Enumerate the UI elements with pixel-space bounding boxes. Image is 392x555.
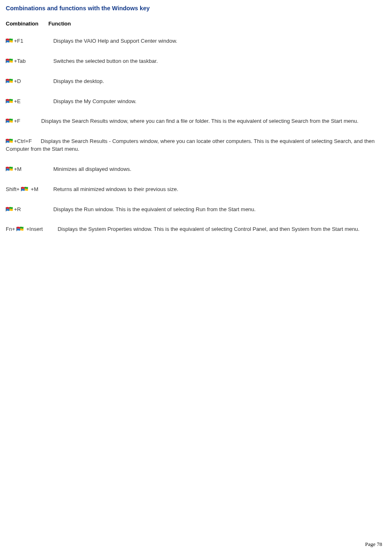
table-row: +F Displays the Search Results window, w… — [6, 117, 386, 125]
combo-suffix: +Insert — [25, 226, 43, 232]
function-cell: Displays the System Properties window. T… — [58, 226, 360, 232]
table-row: +F1 Displays the VAIO Help and Support C… — [6, 37, 386, 45]
windows-key-icon — [16, 226, 24, 232]
windows-key-icon — [6, 98, 13, 104]
table-row: Fn+ +Insert Displays the System Properti… — [6, 226, 386, 233]
combo-suffix: +M — [14, 166, 21, 172]
combo-cell: +M — [6, 166, 52, 173]
table-row: +E Displays the My Computer window. — [6, 98, 386, 106]
combo-suffix: +F1 — [14, 38, 23, 44]
page-title: Combinations and functions with the Wind… — [6, 5, 386, 12]
combo-cell: +E — [6, 98, 52, 106]
table-row: +Tab Switches the selected button on the… — [6, 58, 386, 65]
windows-key-icon — [6, 118, 13, 124]
combo-cell: +R — [6, 206, 52, 214]
windows-key-icon — [6, 206, 13, 212]
function-cell: Displays the My Computer window. — [53, 98, 136, 104]
combo-prefix: Fn+ — [6, 226, 16, 232]
function-cell: Returns all minimized windows to their p… — [53, 186, 178, 192]
function-cell: Displays the Run window. This is the equ… — [53, 206, 256, 212]
combo-cell: +D — [6, 78, 52, 85]
windows-key-icon — [6, 38, 13, 44]
table-row: +Ctrl+F Displays the Search Results - Co… — [6, 138, 386, 153]
table-row: Shift+ +M Returns all minimized windows … — [6, 186, 386, 193]
function-cell: Switches the selected button on the task… — [53, 58, 158, 64]
windows-key-icon — [6, 138, 13, 144]
combo-suffix: +F — [14, 118, 21, 124]
table-row: +D Displays the desktop. — [6, 78, 386, 85]
windows-key-icon — [6, 58, 13, 64]
combo-suffix: +Tab — [14, 58, 26, 64]
combo-suffix: +Ctrl+F — [14, 138, 32, 144]
combo-suffix: +E — [14, 98, 21, 104]
windows-key-icon — [6, 78, 13, 84]
function-cell: Displays the Search Results - Computers … — [6, 138, 375, 152]
table-header: Combination Function — [6, 21, 386, 27]
page-number: Page 78 — [365, 541, 382, 548]
combo-cell: +F1 — [6, 37, 52, 45]
combo-prefix: Shift+ — [6, 186, 21, 192]
header-combination: Combination — [6, 21, 47, 27]
function-cell: Minimizes all displayed windows. — [53, 166, 131, 172]
windows-key-icon — [21, 186, 28, 192]
table-row: +R Displays the Run window. This is the … — [6, 206, 386, 214]
table-row: +M Minimizes all displayed windows. — [6, 166, 386, 173]
function-cell: Displays the VAIO Help and Support Cente… — [53, 38, 178, 44]
combo-suffix: +D — [14, 78, 21, 84]
combo-suffix: +M — [29, 186, 38, 192]
windows-key-icon — [6, 166, 13, 172]
header-function: Function — [48, 21, 71, 27]
combo-suffix: +R — [14, 206, 21, 212]
combo-cell: +Tab — [6, 58, 52, 65]
combo-cell: Shift+ +M — [6, 186, 52, 193]
function-cell: Displays the desktop. — [53, 78, 104, 84]
function-cell: Displays the Search Results window, wher… — [41, 118, 358, 124]
